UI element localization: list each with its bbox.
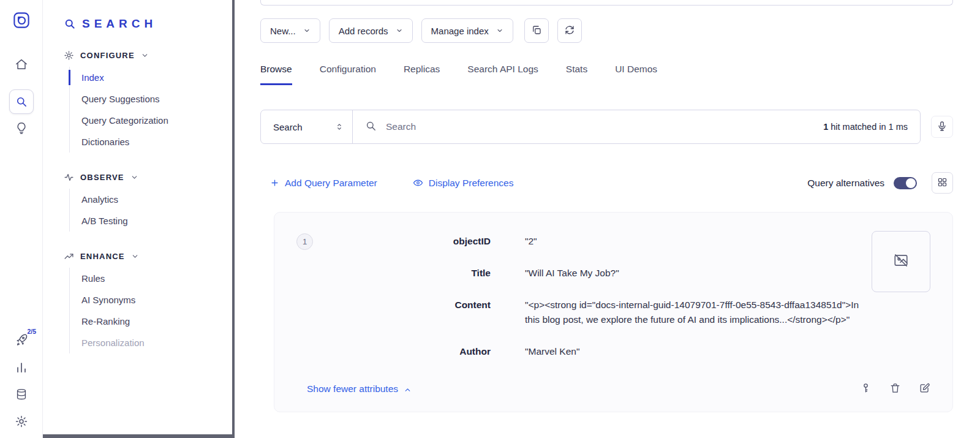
product-logo-text: SEARCH	[82, 17, 157, 31]
enhance-section-header[interactable]: ENHANCE	[64, 251, 235, 262]
attribute-value: "<p><strong id="docs-internal-guid-14079…	[525, 298, 863, 327]
manage-index-button[interactable]: Manage index	[421, 18, 513, 43]
sidebar-section-observe: OBSERVE Analytics A/B Testing	[64, 172, 235, 232]
add-query-parameter-link[interactable]: Add Query Parameter	[270, 178, 377, 189]
attribute-value: "Will AI Take My Job?"	[525, 266, 863, 281]
microphone-icon	[937, 121, 948, 134]
search-icon	[365, 120, 377, 134]
lightbulb-icon[interactable]	[15, 121, 28, 135]
tab-search-api-logs[interactable]: Search API Logs	[467, 64, 538, 85]
sidebar-item-analytics[interactable]: Analytics	[70, 189, 235, 210]
api-key-button[interactable]	[860, 382, 872, 396]
index-tabs: Browse Configuration Replicas Search API…	[260, 64, 953, 85]
rocket-icon[interactable]: 2/5	[14, 333, 28, 347]
sidebar-item-rules[interactable]: Rules	[70, 268, 235, 289]
sidebar: SEARCH CONFIGURE Index Query Suggestions…	[43, 0, 235, 438]
product-logo[interactable]: SEARCH	[64, 17, 235, 31]
bar-chart-icon[interactable]	[15, 361, 28, 374]
query-alternatives-control: Query alternatives	[807, 177, 917, 189]
home-icon[interactable]	[15, 58, 28, 71]
refresh-icon	[564, 25, 575, 37]
search-input[interactable]	[385, 121, 811, 133]
sidebar-item-ab-testing[interactable]: A/B Testing	[70, 210, 235, 232]
sidebar-item-index[interactable]: Index	[70, 67, 235, 88]
sidebar-item-personalization[interactable]: Personalization	[70, 332, 235, 353]
configure-items: Index Query Suggestions Query Categoriza…	[69, 67, 235, 153]
sidebar-item-query-categorization[interactable]: Query Categorization	[70, 110, 235, 131]
tab-stats[interactable]: Stats	[566, 64, 587, 85]
sidebar-horizontal-scrollbar[interactable]	[43, 434, 235, 438]
sidebar-item-dictionaries[interactable]: Dictionaries	[70, 131, 235, 153]
gear-icon	[64, 50, 74, 61]
algolia-logo-icon[interactable]	[12, 11, 31, 29]
tab-browse[interactable]: Browse	[260, 64, 292, 85]
sort-arrows-icon	[335, 123, 344, 131]
main-content: New... Add records Manage index Browse C…	[235, 0, 980, 438]
toggle-knob	[906, 178, 916, 188]
enhance-section-title: ENHANCE	[80, 252, 125, 261]
voice-search-button[interactable]	[931, 116, 953, 138]
record-actions	[860, 382, 930, 396]
record-card-top: 1 objectID "2" Title "Will AI Take My Jo…	[296, 231, 930, 359]
edit-record-button[interactable]	[919, 382, 930, 396]
sidebar-section-enhance: ENHANCE Rules AI Synonyms Re-Ranking Per…	[64, 251, 235, 353]
display-preferences-link[interactable]: Display Preferences	[413, 178, 514, 189]
key-icon	[860, 382, 872, 396]
new-button[interactable]: New...	[260, 18, 320, 43]
tab-configuration[interactable]: Configuration	[320, 64, 376, 85]
display-preferences-label: Display Preferences	[429, 178, 514, 189]
trending-up-icon	[64, 251, 74, 262]
search-logo-icon	[64, 18, 76, 30]
chevron-down-icon	[303, 27, 311, 34]
copy-index-button[interactable]	[524, 18, 549, 43]
database-icon[interactable]	[15, 388, 28, 401]
show-fewer-label: Show fewer attributes	[307, 383, 398, 395]
record-attributes: objectID "2" Title "Will AI Take My Job?…	[319, 234, 863, 359]
show-fewer-attributes-link[interactable]: Show fewer attributes	[307, 383, 412, 395]
sidebar-item-query-suggestions[interactable]: Query Suggestions	[70, 88, 235, 110]
add-records-button[interactable]: Add records	[329, 18, 413, 43]
chevron-down-icon	[496, 27, 503, 34]
copy-icon	[531, 25, 542, 37]
tab-replicas[interactable]: Replicas	[404, 64, 440, 85]
chevron-down-icon	[131, 252, 139, 260]
layout-grid-button[interactable]	[932, 172, 953, 194]
index-toolbar: New... Add records Manage index	[260, 18, 953, 43]
sidebar-item-ai-synonyms[interactable]: AI Synonyms	[70, 289, 235, 311]
search-mode-label: Search	[273, 122, 303, 132]
record-position-badge: 1	[296, 233, 313, 250]
settings-gear-icon[interactable]	[15, 415, 28, 428]
configure-section-header[interactable]: CONFIGURE	[64, 50, 235, 61]
tab-ui-demos[interactable]: UI Demos	[615, 64, 657, 85]
sidebar-section-configure: CONFIGURE Index Query Suggestions Query …	[64, 50, 235, 153]
delete-record-button[interactable]	[889, 382, 901, 396]
manage-index-button-label: Manage index	[431, 26, 489, 36]
query-alternatives-toggle[interactable]	[894, 177, 917, 189]
search-row: Search 1 hit matched in 1 ms	[260, 110, 953, 144]
refresh-button[interactable]	[557, 18, 582, 43]
search-mode-select[interactable]: Search	[261, 110, 353, 143]
hits-text: hit matched in 1 ms	[831, 122, 908, 132]
hits-count: 1	[823, 122, 828, 132]
app-rail: 2/5	[0, 0, 43, 438]
search-bar: Search 1 hit matched in 1 ms	[260, 110, 921, 144]
attribute-value: "Marvel Ken"	[525, 344, 863, 359]
search-nav-icon[interactable]	[9, 89, 34, 114]
grid-icon	[937, 177, 948, 189]
add-records-button-label: Add records	[339, 26, 388, 36]
attribute-name: objectID	[319, 234, 491, 249]
trash-icon	[889, 382, 901, 396]
attribute-name: Title	[319, 266, 491, 281]
plus-icon	[270, 178, 279, 187]
observe-section-header[interactable]: OBSERVE	[64, 172, 235, 183]
sidebar-item-re-ranking[interactable]: Re-Ranking	[70, 311, 235, 332]
chevron-up-icon	[404, 386, 412, 394]
search-input-wrap	[353, 120, 823, 134]
app-root: 2/5 SEARCH CONF	[0, 0, 980, 438]
index-selector-partial[interactable]	[260, 0, 953, 6]
rail-bottom-group: 2/5	[14, 333, 28, 428]
new-button-label: New...	[270, 26, 296, 36]
eye-icon	[413, 178, 423, 188]
edit-pencil-icon	[919, 382, 930, 396]
observe-section-title: OBSERVE	[80, 173, 124, 182]
